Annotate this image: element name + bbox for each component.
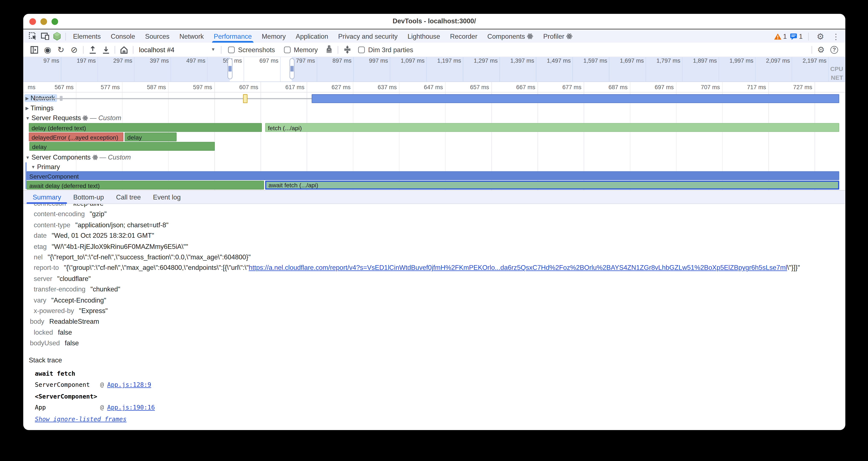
tab-summary[interactable]: Summary	[27, 191, 67, 204]
tab-memory[interactable]: Memory	[257, 30, 291, 43]
clear-icon[interactable]: ⊘	[67, 44, 81, 56]
tab-profiler[interactable]: Profiler	[538, 30, 578, 43]
event-bar-server-component[interactable]: ServerComponent	[27, 171, 839, 180]
report-to-link[interactable]: https://a.nel.cloudflare.com/report/v4?s…	[249, 264, 787, 272]
window-title: DevTools - localhost:3000/	[23, 17, 845, 25]
titlebar: DevTools - localhost:3000/	[23, 14, 845, 29]
event-bar-fetch-api[interactable]: fetch (.../api)	[265, 123, 839, 132]
event-bar-delay-short[interactable]: delay	[125, 132, 177, 141]
event-bar-await-fetch-selected[interactable]: await fetch (.../api)	[265, 181, 839, 190]
tab-recorder[interactable]: Recorder	[445, 30, 483, 43]
header-row: date"Wed, 01 Oct 2025 18:32:01 GMT"	[23, 231, 845, 241]
minimap-time-label: 1,597 ms	[572, 57, 609, 64]
source-location-link[interactable]: App.js:128:9	[107, 381, 151, 389]
track-server-requests-header[interactable]: ▼ Server Requests — Custom	[25, 114, 121, 122]
event-bar-delay-long[interactable]: delay	[29, 142, 215, 151]
track-server-components-header[interactable]: ▼ Server Components — Custom	[25, 153, 131, 161]
toggle-sidebar-icon[interactable]	[28, 44, 41, 56]
event-bar-delay-deferred[interactable]: delay (deferred text)	[29, 123, 262, 132]
expand-arrow-icon: ▶	[25, 106, 29, 111]
header-row: vary"Accept-Encoding"	[23, 295, 845, 306]
track-primary-header[interactable]: ▼ Primary	[31, 163, 60, 171]
network-event-small[interactable]	[243, 94, 248, 103]
minimap-time-label: 997 ms	[353, 57, 390, 64]
response-body-list: server"cloudflare" transfer-encoding"chu…	[23, 274, 845, 349]
settings-gear-icon[interactable]: ⚙	[814, 31, 827, 42]
collect-garbage-icon[interactable]	[322, 44, 336, 56]
memory-checkbox[interactable]: Memory	[279, 46, 322, 54]
panel-settings-gear-icon[interactable]: ⚙	[814, 44, 828, 56]
collapse-flame-icon[interactable]	[340, 44, 354, 56]
reload-and-record-icon[interactable]: ↻	[54, 44, 67, 56]
home-icon[interactable]	[117, 44, 130, 56]
flame-chart[interactable]: ms 567 ms577 ms587 ms597 ms607 ms617 ms6…	[23, 82, 845, 190]
load-profile-icon[interactable]	[86, 44, 99, 56]
save-profile-icon[interactable]	[99, 44, 112, 56]
flame-ruler: ms 567 ms577 ms587 ms597 ms607 ms617 ms6…	[23, 82, 845, 93]
stack-frame: ServerComponent@App.js:128:9	[23, 380, 845, 391]
minimap-time-label: 197 ms	[61, 57, 97, 64]
track-timings-header[interactable]: ▶Timings	[25, 104, 53, 112]
event-bar-await-delay[interactable]: await delay (deferred text)	[27, 181, 264, 190]
warning-icon	[774, 33, 781, 39]
details-tabbar: Summary Bottom-up Call tree Event log	[23, 190, 845, 204]
tab-sources[interactable]: Sources	[140, 30, 175, 43]
minimap-time-label: 1,897 ms	[682, 57, 718, 64]
tab-console[interactable]: Console	[106, 30, 140, 43]
node-js-icon[interactable]	[51, 31, 63, 42]
minimap-time-label: 1,397 ms	[499, 57, 536, 64]
dim-3rd-parties-checkbox[interactable]: Dim 3rd parties	[354, 46, 417, 54]
react-atom-icon	[566, 33, 572, 39]
help-icon[interactable]: ?	[828, 44, 841, 56]
header-row: bodyReadableStream	[23, 317, 845, 327]
collapse-arrow-icon: ▼	[31, 164, 35, 169]
show-ignore-listed-frames-link[interactable]: Show ignore-listed frames	[35, 415, 126, 423]
record-icon[interactable]: ◉	[41, 44, 54, 56]
ruler-tick-label: 637 ms	[353, 84, 399, 90]
tab-bottom-up[interactable]: Bottom-up	[67, 191, 110, 204]
tab-lighthouse[interactable]: Lighthouse	[403, 30, 445, 43]
warnings-indicator[interactable]: 1	[774, 31, 786, 42]
network-request-bar[interactable]	[312, 94, 839, 103]
customize-devtools-icon[interactable]: ⋮	[830, 32, 842, 40]
source-location-link[interactable]: App.js:190:16	[107, 404, 155, 411]
header-row: server"cloudflare"	[23, 274, 845, 284]
tab-components[interactable]: Components	[482, 30, 538, 43]
net-strip-label: NET	[831, 74, 843, 81]
ruler-tick-label: 657 ms	[445, 84, 491, 90]
tab-elements[interactable]: Elements	[68, 30, 106, 43]
minimap-time-label: 2,197 ms	[792, 57, 828, 64]
device-toolbar-icon[interactable]	[39, 31, 51, 42]
ruler-tick-label: 727 ms	[768, 84, 814, 90]
tab-network[interactable]: Network	[175, 30, 209, 43]
minimap-time-label: 1,997 ms	[718, 57, 755, 64]
header-row-report-to: report-to"{\"group\":\"cf-nel\",\"max_ag…	[23, 263, 845, 274]
tab-event-log[interactable]: Event log	[147, 191, 187, 204]
ruler-tick-label: 617 ms	[260, 84, 307, 90]
issues-indicator[interactable]: 1	[790, 31, 803, 42]
inspect-element-icon[interactable]	[27, 31, 39, 42]
tab-performance[interactable]: Performance	[209, 30, 257, 43]
tab-call-tree[interactable]: Call tree	[110, 191, 147, 204]
stack-frame-header: <ServerComponent>	[23, 391, 845, 402]
screenshots-checkbox[interactable]: Screenshots	[224, 46, 279, 54]
network-request-whisker	[35, 98, 312, 99]
window-handle-left[interactable]	[227, 58, 232, 79]
stack-frame: App@App.js:190:16	[23, 402, 845, 414]
timeline-minimap[interactable]: 97 ms197 ms297 ms397 ms497 ms597 ms697 m…	[23, 57, 845, 82]
ruler-tick-label: 707 ms	[676, 84, 722, 90]
minimap-time-label: 697 ms	[244, 57, 280, 64]
devtools-tabbar: Elements Console Sources Network Perform…	[23, 30, 845, 43]
devtools-window: DevTools - localhost:3000/ Elements Cons…	[23, 14, 845, 430]
minimap-time-label: 2,097 ms	[755, 57, 792, 64]
history-dropdown[interactable]: localhost #4 ▼	[135, 46, 219, 54]
stack-frame-header: await fetch	[23, 368, 845, 380]
tab-privacy-and-security[interactable]: Privacy and security	[333, 30, 403, 43]
event-bar-delayed-error[interactable]: delayedError (...ayed exception)	[29, 132, 123, 141]
tab-application[interactable]: Application	[291, 30, 333, 43]
header-row: connection"keep-alive"	[23, 204, 845, 209]
minimap-time-label: 397 ms	[134, 57, 170, 64]
expand-arrow-icon: ▶	[25, 95, 29, 100]
window-handle-right[interactable]	[290, 58, 294, 79]
collapse-arrow-icon: ▼	[25, 115, 30, 120]
